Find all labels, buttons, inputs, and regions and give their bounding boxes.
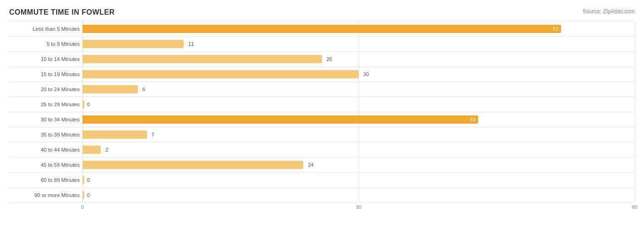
bar-area: 26 (82, 52, 635, 66)
bar-value: 2 (105, 147, 108, 153)
chart-source: Source: ZipAtlas.com (583, 8, 635, 15)
bar-fill: 52 (82, 25, 561, 33)
table-row: 60 to 89 Minutes0 (9, 172, 635, 187)
bar-label: Less than 5 Minutes (9, 26, 82, 32)
bar-fill (82, 100, 84, 109)
bar-area: 7 (82, 127, 635, 142)
x-tick-label: 60 (632, 204, 638, 210)
bar-value: 26 (327, 56, 332, 62)
table-row: 35 to 39 Minutes7 (9, 127, 635, 142)
bar-value: 0 (87, 192, 90, 198)
bar-value: 52 (553, 26, 558, 32)
x-axis: 03060 (82, 204, 635, 213)
table-row: 30 to 34 Minutes43 (9, 112, 635, 127)
bar-value: 0 (87, 177, 90, 183)
bar-label: 40 to 44 Minutes (9, 147, 82, 153)
bar-label: 60 to 89 Minutes (9, 177, 82, 183)
table-row: 45 to 59 Minutes24 (9, 157, 635, 172)
bar-fill (82, 55, 322, 63)
bar-area: 11 (82, 37, 635, 51)
bar-value: 43 (470, 117, 475, 122)
bar-value: 24 (308, 162, 313, 168)
bar-fill (82, 131, 147, 139)
bar-area: 43 (82, 112, 635, 127)
bar-label: 15 to 19 Minutes (9, 71, 82, 77)
bar-label: 10 to 14 Minutes (9, 56, 82, 62)
bar-area: 30 (82, 67, 635, 82)
bar-value: 0 (87, 102, 90, 107)
table-row: Less than 5 Minutes52 (9, 21, 635, 36)
bar-area: 24 (82, 158, 635, 172)
bar-label: 30 to 34 Minutes (9, 117, 82, 122)
bar-area: 0 (82, 188, 635, 202)
bar-area: 2 (82, 142, 635, 157)
bar-fill (82, 176, 84, 184)
chart-body: Less than 5 Minutes525 to 9 Minutes1110 … (9, 21, 635, 202)
bar-area: 52 (82, 22, 635, 36)
bar-label: 45 to 59 Minutes (9, 162, 82, 168)
table-row: 15 to 19 Minutes30 (9, 66, 635, 82)
bar-value: 7 (152, 132, 154, 137)
table-row: 90 or more Minutes0 (9, 187, 635, 202)
bar-area: 0 (82, 97, 635, 112)
bar-label: 35 to 39 Minutes (9, 132, 82, 137)
chart-container: COMMUTE TIME IN FOWLER Source: ZipAtlas.… (0, 0, 644, 240)
bar-fill (82, 161, 303, 169)
table-row: 10 to 14 Minutes26 (9, 51, 635, 66)
x-tick-label: 0 (81, 204, 84, 210)
table-row: 25 to 29 Minutes0 (9, 97, 635, 112)
bar-fill (82, 85, 138, 93)
bar-label: 90 or more Minutes (9, 192, 82, 198)
bar-fill (82, 70, 359, 78)
bar-value: 6 (142, 87, 145, 92)
bar-area: 0 (82, 173, 635, 187)
bar-fill (82, 191, 84, 199)
bar-area: 6 (82, 82, 635, 97)
bar-fill: 43 (82, 115, 478, 124)
table-row: 40 to 44 Minutes2 (9, 142, 635, 157)
bar-fill (82, 40, 184, 48)
bar-fill (82, 146, 101, 154)
x-tick-label: 30 (356, 204, 361, 210)
bar-value: 30 (363, 71, 369, 77)
table-row: 20 to 24 Minutes6 (9, 82, 635, 97)
chart-title: COMMUTE TIME IN FOWLER (9, 8, 115, 16)
bar-value: 11 (188, 41, 194, 47)
bar-label: 20 to 24 Minutes (9, 87, 82, 92)
bar-label: 5 to 9 Minutes (9, 41, 82, 47)
chart-header: COMMUTE TIME IN FOWLER Source: ZipAtlas.… (9, 8, 635, 16)
bar-label: 25 to 29 Minutes (9, 102, 82, 107)
table-row: 5 to 9 Minutes11 (9, 36, 635, 51)
